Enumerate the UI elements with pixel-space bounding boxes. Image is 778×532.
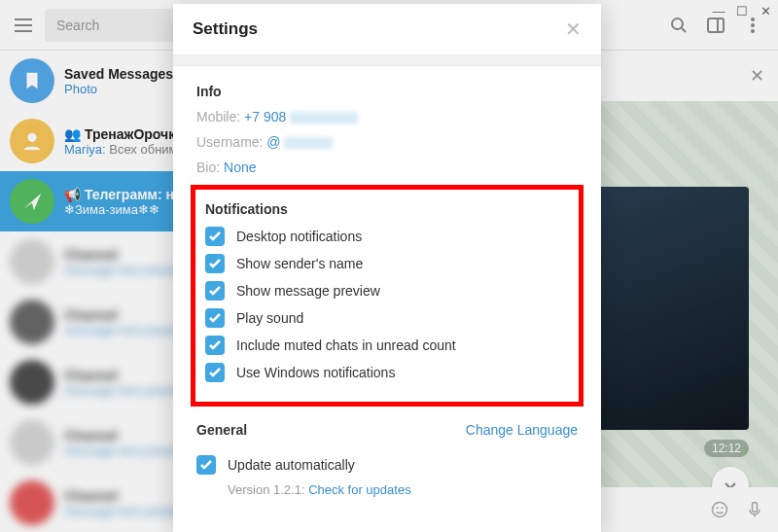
bio-value[interactable]: None: [224, 160, 256, 175]
checkbox-message-preview[interactable]: Show message preview: [205, 281, 569, 301]
highlighted-section: Notifications Desktop notifications Show…: [191, 185, 584, 407]
info-username: Username: @: [196, 134, 578, 150]
checkbox-label: Use Windows notifications: [236, 365, 395, 380]
info-bio: Bio: None: [196, 160, 578, 175]
checkbox-show-sender[interactable]: Show sender's name: [205, 254, 569, 273]
info-heading: Info: [196, 84, 578, 99]
checkbox-windows-notifications[interactable]: Use Windows notifications: [205, 363, 569, 382]
checkbox-update-automatically[interactable]: Update automatically: [196, 455, 578, 475]
checkbox-label: Show message preview: [236, 283, 380, 299]
modal-header: Settings ✕: [173, 4, 601, 54]
checkbox-icon: [205, 336, 225, 355]
settings-modal: Settings ✕ Info Mobile: +7 908 Username:…: [173, 4, 601, 532]
mobile-value[interactable]: +7 908: [244, 109, 286, 124]
checkbox-label: Show sender's name: [236, 256, 363, 271]
checkbox-icon: [205, 227, 225, 246]
check-updates-link[interactable]: Check for updates: [308, 482, 411, 497]
close-icon[interactable]: ✕: [565, 18, 582, 41]
modal-title: Settings: [193, 19, 258, 39]
checkbox-icon: [205, 254, 225, 273]
checkbox-desktop-notifications[interactable]: Desktop notifications: [205, 227, 569, 246]
username-value[interactable]: @: [266, 134, 280, 150]
checkbox-label: Play sound: [236, 310, 303, 326]
checkbox-icon: [205, 281, 225, 301]
version-text: Version 1.2.1: Check for updates: [228, 482, 578, 497]
change-language-link[interactable]: Change Language: [466, 422, 578, 438]
notifications-heading: Notifications: [205, 201, 569, 217]
info-mobile: Mobile: +7 908: [196, 109, 578, 124]
checkbox-icon: [205, 363, 225, 382]
checkbox-label: Desktop notifications: [236, 229, 362, 244]
checkbox-include-muted[interactable]: Include muted chats in unread count: [205, 336, 569, 355]
general-heading: General: [196, 422, 247, 438]
checkbox-play-sound[interactable]: Play sound: [205, 308, 569, 328]
checkbox-label: Update automatically: [228, 457, 355, 473]
checkbox-icon: [205, 308, 225, 328]
checkbox-icon: [196, 455, 216, 475]
checkbox-label: Include muted chats in unread count: [236, 337, 456, 353]
